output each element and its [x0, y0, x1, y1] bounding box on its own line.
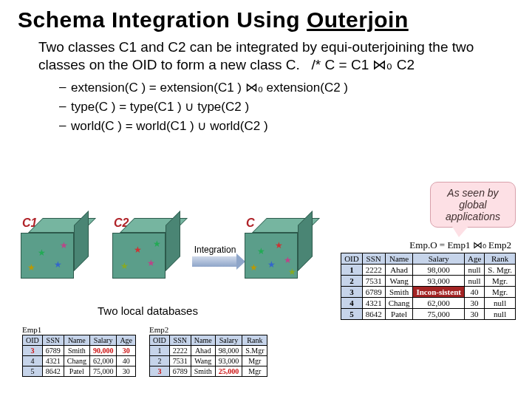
th: SSN — [169, 335, 191, 346]
th: Rank — [485, 253, 516, 265]
table-row: 36789Smith90,00030 — [23, 346, 136, 356]
th: OID — [150, 335, 170, 346]
th: Salary — [413, 253, 465, 265]
slide-title: Schema Integration Using Outerjoin — [18, 7, 514, 33]
title-text-underlined: Outerjoin — [307, 7, 409, 32]
table-row: 36789SmithIncon-sistent40Mgr. — [341, 287, 516, 298]
emp2-table: OID SSN Name Salary Rank 12222Ahad98,000… — [149, 335, 267, 377]
th: SSN — [362, 253, 385, 265]
bullet-item: type(C ) = type(C1 ) ∪ type(C2 ) — [59, 99, 514, 115]
emp1-block: Emp1 OID SSN Name Salary Age 36789Smith9… — [22, 325, 136, 377]
table-row: 27531Wang93,000Mgr — [150, 356, 267, 366]
cube-c2: C2 ★ ★ ★ ★ — [112, 218, 180, 279]
cube-c: C ★ ★ ★ ★ ★ ★ — [245, 218, 313, 279]
table-row: 12222Ahad98,000S.Mgr — [150, 346, 267, 356]
empo-table: OID SSN Name Salary Age Rank 12222Ahad98… — [341, 253, 516, 320]
body-paragraph: Two classes C1 and C2 can be integrated … — [38, 38, 498, 74]
th: Age — [117, 335, 136, 346]
th: Salary — [89, 335, 117, 346]
th: Name — [385, 253, 413, 265]
emp1-caption: Emp1 — [22, 325, 136, 334]
table-row: 44321Chang62,00030null — [341, 298, 516, 309]
table-row: 27531Wang93,000nullMgr. — [341, 276, 516, 287]
integration-arrow: Integration — [188, 245, 242, 267]
emp-o-equation: Emp.O = Emp1 ⋈₀ Emp2 — [409, 239, 511, 251]
table-header-row: OID SSN Name Salary Age Rank — [341, 253, 516, 265]
integration-arrow-label: Integration — [188, 245, 242, 255]
table-row: 58642Patel75,00030null — [341, 309, 516, 320]
emp1-table: OID SSN Name Salary Age 36789Smith90,000… — [22, 335, 136, 377]
th: OID — [341, 253, 363, 265]
cube-c1: C1 ★ ★ ★ ★ — [21, 218, 89, 279]
cubes-diagram: C1 ★ ★ ★ ★ C2 ★ ★ ★ ★ Integration C ★ ★ … — [21, 211, 301, 299]
table-header-row: OID SSN Name Salary Rank — [150, 335, 267, 346]
th: Name — [64, 335, 89, 346]
arrow-icon — [192, 256, 238, 267]
table-row: 12222Ahad98,000nullS. Mgr. — [341, 265, 516, 276]
table-row: 44321Chang62,00040 — [23, 356, 136, 366]
table-row: 36789Smith25,000Mgr — [150, 366, 267, 377]
bullet-list: extension(C ) = extension(C1 ) ⋈₀ extens… — [59, 80, 514, 134]
bullet-item: extension(C ) = extension(C1 ) ⋈₀ extens… — [59, 80, 514, 95]
local-databases-label: Two local databases — [98, 304, 198, 317]
th: OID — [23, 335, 43, 346]
th: Age — [464, 253, 484, 265]
table-header-row: OID SSN Name Salary Age — [23, 335, 136, 346]
emp2-block: Emp2 OID SSN Name Salary Rank 12222Ahad9… — [149, 325, 267, 377]
cube-c-label: C — [246, 216, 255, 230]
empo-block: OID SSN Name Salary Age Rank 12222Ahad98… — [341, 253, 516, 320]
title-text-plain: Schema Integration Using — [18, 7, 307, 32]
emp2-caption: Emp2 — [149, 325, 267, 334]
th: SSN — [42, 335, 64, 346]
bullet-item: world(C ) = world(C1 ) ∪ world(C2 ) — [59, 118, 514, 134]
th: Salary — [215, 335, 242, 346]
table-row: 58642Patel75,00030 — [23, 366, 136, 377]
th: Name — [191, 335, 215, 346]
callout-global-apps: As seen by global applications — [430, 182, 516, 228]
th: Rank — [242, 335, 267, 346]
